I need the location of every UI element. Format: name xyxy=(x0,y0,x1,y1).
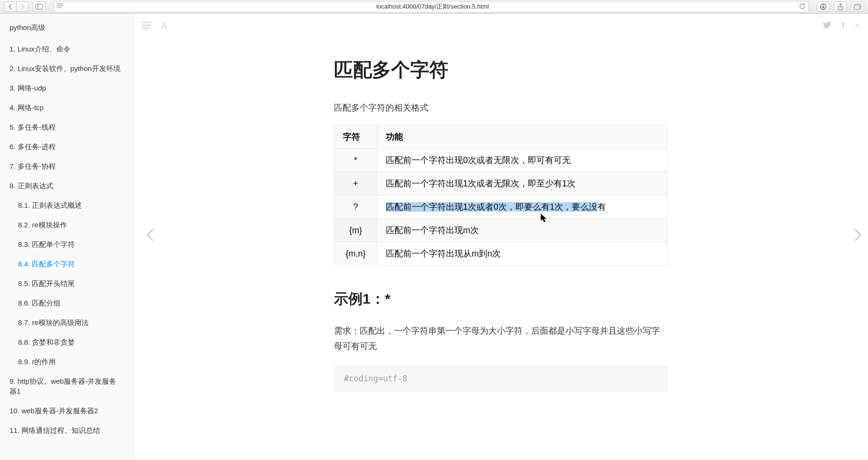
table-row: *匹配前一个字符出现0次或者无限次，即可有可无 xyxy=(334,149,667,172)
svg-rect-0 xyxy=(36,4,43,10)
twitter-icon[interactable] xyxy=(823,21,831,31)
forward-button[interactable] xyxy=(16,1,29,12)
sidebar-item[interactable]: 8.1. 正则表达式概述 xyxy=(0,195,133,215)
more-icon[interactable]: < xyxy=(855,21,859,31)
nav-buttons xyxy=(4,1,29,12)
sidebar-item[interactable]: 6. 多任务-进程 xyxy=(0,137,133,156)
char-cell: + xyxy=(334,172,377,195)
chrome-right-buttons xyxy=(817,1,864,12)
sidebar-item[interactable]: 4. 网络-tcp xyxy=(0,98,133,117)
page-description: 匹配多个字符的相关格式 xyxy=(334,102,667,113)
sidebar-item[interactable]: 2. Linux安装软件、python开发环境 xyxy=(0,59,133,78)
app-container: python高级 1. Linux介绍、命令2. Linux安装软件、pytho… xyxy=(0,14,868,460)
func-cell: 匹配前一个字符出现从m到n次 xyxy=(377,242,667,266)
facebook-icon[interactable]: f xyxy=(842,21,844,31)
example-heading: 示例1：* xyxy=(334,289,667,309)
table-row: ?匹配前一个字符出现1次或者0次，即要么有1次，要么没有 xyxy=(334,195,667,219)
char-cell: ? xyxy=(334,195,377,219)
sidebar-item[interactable]: 8.7. re模块的高级用法 xyxy=(0,313,133,332)
back-button[interactable] xyxy=(4,1,16,12)
regex-table: 字符 功能 *匹配前一个字符出现0次或者无限次，即可有可无+匹配前一个字符出现1… xyxy=(334,125,667,266)
sidebar-item[interactable]: 8.9. r的作用 xyxy=(0,352,133,371)
char-cell: * xyxy=(334,149,377,172)
char-cell: {m,n} xyxy=(334,242,377,266)
downloads-button[interactable] xyxy=(817,1,830,12)
sidebar-item[interactable]: 8.4. 匹配多个字符 xyxy=(0,254,133,274)
reader-icon[interactable] xyxy=(57,3,63,10)
browser-toolbar: localhost:4000/07day/正则/section.5.html xyxy=(0,0,868,14)
sidebar-item[interactable]: 5. 多任务-线程 xyxy=(0,117,133,137)
share-button[interactable] xyxy=(834,1,847,12)
tabs-button[interactable] xyxy=(851,1,864,12)
func-cell: 匹配前一个字符出现1次或者0次，即要么有1次，要么没有 xyxy=(377,195,667,219)
content-body: 匹配多个字符 匹配多个字符的相关格式 字符 功能 *匹配前一个字符出现0次或者无… xyxy=(133,38,868,460)
sidebar-item[interactable]: 8.2. re模块操作 xyxy=(0,215,133,235)
svg-rect-8 xyxy=(854,5,860,10)
sidebar-item[interactable]: 10. web服务器-并发服务器2 xyxy=(0,401,133,420)
sidebar-item[interactable]: 8.8. 贪婪和非贪婪 xyxy=(0,332,133,352)
code-block: #coding=utf-8 xyxy=(334,366,667,391)
url-text: localhost:4000/07day/正则/section.5.html xyxy=(66,2,799,11)
char-cell: {m} xyxy=(334,219,377,242)
sidebar-item[interactable]: 11. 网络通信过程、知识总结 xyxy=(0,420,133,440)
sidebar: python高级 1. Linux介绍、命令2. Linux安装软件、pytho… xyxy=(0,14,133,460)
content-area: A f < 匹配多个字符 匹配多个字符的相关格式 xyxy=(133,14,868,460)
sidebar-item[interactable]: 8.5. 匹配开头结尾 xyxy=(0,274,133,293)
th-char: 字符 xyxy=(334,125,377,149)
func-cell: 匹配前一个字符出现m次 xyxy=(377,219,667,242)
sidebar-item[interactable]: 8. 正则表达式 xyxy=(0,176,133,195)
sidebar-item[interactable]: 9. http协议、web服务器-并发服务器1 xyxy=(0,371,133,401)
func-cell: 匹配前一个字符出现1次或者无限次，即至少有1次 xyxy=(377,172,667,195)
func-cell: 匹配前一个字符出现0次或者无限次，即可有可无 xyxy=(377,149,667,172)
font-icon[interactable]: A xyxy=(161,21,167,31)
sidebar-item[interactable]: 8.3. 匹配单个字符 xyxy=(0,235,133,254)
sidebar-item[interactable]: 3. 网络-udp xyxy=(0,78,133,98)
book-title[interactable]: python高级 xyxy=(0,20,133,39)
sidebar-item[interactable]: 1. Linux介绍、命令 xyxy=(0,39,133,59)
menu-icon[interactable] xyxy=(142,21,151,31)
sidebar-toggle-button[interactable] xyxy=(32,1,46,12)
url-bar[interactable]: localhost:4000/07day/正则/section.5.html xyxy=(53,1,809,12)
sidebar-item[interactable]: 8.6. 匹配分组 xyxy=(0,293,133,313)
page-title: 匹配多个字符 xyxy=(334,57,667,83)
reload-icon[interactable] xyxy=(799,3,806,11)
table-row: +匹配前一个字符出现1次或者无限次，即至少有1次 xyxy=(334,172,667,195)
prev-page-button[interactable] xyxy=(146,228,154,246)
table-row: {m}匹配前一个字符出现m次 xyxy=(334,219,667,242)
content-header: A f < xyxy=(133,14,868,38)
th-func: 功能 xyxy=(377,125,667,149)
example-description: 需求：匹配出，一个字符串第一个字母为大小字符，后面都是小写字母并且这些小写字母可… xyxy=(334,323,667,354)
table-row: {m,n}匹配前一个字符出现从m到n次 xyxy=(334,242,667,266)
sidebar-item[interactable]: 7. 多任务-协程 xyxy=(0,156,133,176)
next-page-button[interactable] xyxy=(854,228,862,246)
